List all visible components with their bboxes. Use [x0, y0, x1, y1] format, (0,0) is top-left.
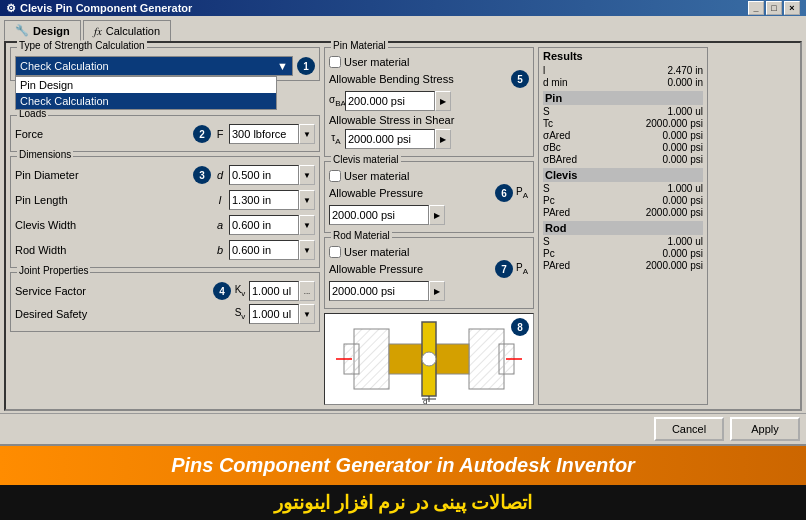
pin-diameter-label: Pin Diameter [15, 169, 189, 181]
pin-material-label: Pin Material [331, 40, 388, 51]
clevis-user-material-label: User material [344, 170, 409, 182]
main-content: Type of Strength Calculation Check Calcu… [4, 41, 802, 411]
pin-tc-row: Tc 2000.000 psi [543, 118, 703, 129]
kv-symbol: Kv [233, 284, 247, 298]
svg-text:d: d [423, 397, 427, 404]
pin-length-input[interactable] [229, 190, 299, 210]
clevis-user-material-check[interactable] [329, 170, 341, 182]
pin-diameter-input[interactable] [229, 165, 299, 185]
sigma-ba-symbol: σBA [329, 94, 343, 108]
rod-pressure-input[interactable] [329, 281, 429, 301]
dropdown-item-check-calc[interactable]: Check Calculation [16, 93, 276, 109]
rod-width-input[interactable] [229, 240, 299, 260]
pin-diameter-btn[interactable]: ▼ [299, 165, 315, 185]
clevis-width-input[interactable] [229, 215, 299, 235]
rod-material-label: Rod Material [331, 230, 392, 241]
tab-calculation[interactable]: 𝑓𝑥 Calculation [83, 20, 171, 41]
result-row-dmin: d min 0.000 in [543, 77, 703, 88]
pin-material-group: Pin Material User material Allowable Ben… [324, 47, 534, 157]
pin-sigmaared-row: σAred 0.000 psi [543, 130, 703, 141]
force-symbol: F [213, 128, 227, 140]
rod-user-material-check[interactable] [329, 246, 341, 258]
dropdown-list: Pin Design Check Calculation [15, 76, 277, 110]
rod-s-row: S 1.000 ul [543, 236, 703, 247]
minimize-button[interactable]: _ [748, 1, 764, 15]
force-input[interactable] [229, 124, 299, 144]
rod-user-material-label: User material [344, 246, 409, 258]
clevis-width-btn[interactable]: ▼ [299, 215, 315, 235]
badge-3: 3 [193, 166, 211, 184]
tau-a-symbol: τA [329, 132, 343, 146]
title-bar: ⚙ Clevis Pin Component Generator _ □ × [0, 0, 806, 16]
pin-section-title: Pin [543, 91, 703, 105]
dropdown-item-pin-design[interactable]: Pin Design [16, 77, 276, 93]
badge-2: 2 [193, 125, 211, 143]
rod-pc-row: Pc 0.000 psi [543, 248, 703, 259]
pin-user-material-label: User material [344, 56, 409, 68]
service-factor-label: Service Factor [15, 285, 209, 297]
strength-calc-dropdown[interactable]: Check Calculation ▼ Pin Design Check Cal… [15, 56, 293, 76]
results-panel: Results l 2.470 in d min 0.000 in Pin S [538, 47, 708, 405]
strength-calc-group: Type of Strength Calculation Check Calcu… [10, 47, 320, 81]
tab-design[interactable]: 🔧 Design [4, 20, 81, 41]
maximize-button[interactable]: □ [766, 1, 782, 15]
dropdown-selected[interactable]: Check Calculation ▼ [15, 56, 293, 76]
bending-stress-label: Allowable Bending Stress [329, 73, 507, 85]
service-factor-input[interactable] [249, 281, 299, 301]
badge-6: 6 [495, 184, 513, 202]
pin-sigmabc-row: σBc 0.000 psi [543, 142, 703, 153]
force-input-wrapper: ▼ [229, 124, 315, 144]
clevis-material-label: Clevis material [331, 154, 401, 165]
clevis-pc-row: Pc 0.000 psi [543, 195, 703, 206]
clevis-pared-row: PAred 2000.000 psi [543, 207, 703, 218]
clevis-pressure-btn[interactable]: ▶ [429, 205, 445, 225]
rod-section-title: Rod [543, 221, 703, 235]
desired-safety-input[interactable] [249, 304, 299, 324]
clevis-diagram: d [334, 314, 524, 404]
rod-width-symbol: b [213, 244, 227, 256]
badge-8: 8 [511, 318, 529, 336]
calc-icon: 𝑓𝑥 [94, 25, 102, 38]
clevis-material-group: Clevis material User material Allowable … [324, 161, 534, 233]
dimensions-group: Dimensions Pin Diameter 3 d ▼ [10, 156, 320, 268]
clevis-width-symbol: a [213, 219, 227, 231]
rod-width-btn[interactable]: ▼ [299, 240, 315, 260]
bending-stress-btn[interactable]: ▶ [435, 91, 451, 111]
pin-user-material-check[interactable] [329, 56, 341, 68]
clevis-pressure-label: Allowable Pressure [329, 187, 491, 199]
pin-sigmabared-row: σBAred 0.000 psi [543, 154, 703, 165]
badge-4: 4 [213, 282, 231, 300]
clevis-pressure-input[interactable] [329, 205, 429, 225]
results-title: Results [543, 50, 703, 62]
apply-button[interactable]: Apply [730, 417, 800, 441]
force-label: Force [15, 128, 189, 140]
rod-pressure-btn[interactable]: ▶ [429, 281, 445, 301]
joint-properties-group: Joint Properties Service Factor 4 Kv ... [10, 272, 320, 332]
shear-stress-btn[interactable]: ▶ [435, 129, 451, 149]
pin-diameter-symbol: d [213, 169, 227, 181]
tab-bar: 🔧 Design 𝑓𝑥 Calculation [0, 16, 806, 41]
clevis-s-row: S 1.000 ul [543, 183, 703, 194]
force-dropdown-btn[interactable]: ▼ [299, 124, 315, 144]
shear-stress-label: Allowable Stress in Shear [329, 114, 529, 126]
pin-length-btn[interactable]: ▼ [299, 190, 315, 210]
cancel-button[interactable]: Cancel [654, 417, 724, 441]
right-column: Results l 2.470 in d min 0.000 in Pin S [538, 47, 708, 405]
window-title: Clevis Pin Component Generator [20, 2, 192, 14]
banner-black: اتصالات پینی در نرم افزار اینونتور [0, 485, 806, 520]
left-column: Type of Strength Calculation Check Calcu… [10, 47, 320, 405]
bottom-bar: Cancel Apply [0, 413, 806, 444]
clevis-section-title: Clevis [543, 168, 703, 182]
rod-pressure-label: Allowable Pressure [329, 263, 491, 275]
app-icon: ⚙ [6, 2, 16, 15]
sv-symbol: Sv [233, 307, 247, 321]
result-row-l: l 2.470 in [543, 65, 703, 76]
bending-stress-input[interactable] [345, 91, 435, 111]
close-button[interactable]: × [784, 1, 800, 15]
clevis-width-label: Clevis Width [15, 219, 211, 231]
rod-pared-row: PAred 2000.000 psi [543, 260, 703, 271]
shear-stress-input[interactable] [345, 129, 435, 149]
desired-safety-label: Desired Safety [15, 308, 231, 320]
desired-safety-btn[interactable]: ▼ [299, 304, 315, 324]
service-factor-btn[interactable]: ... [299, 281, 315, 301]
